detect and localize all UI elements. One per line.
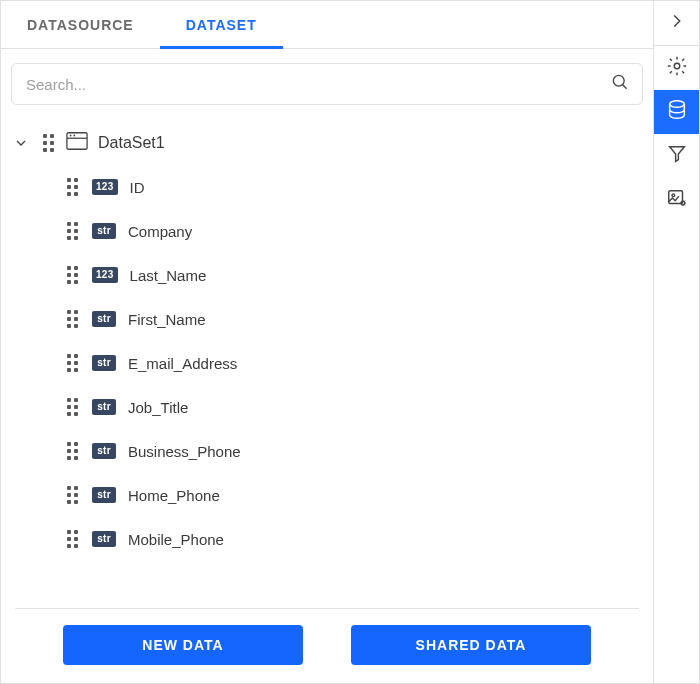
field-name: ID [130, 179, 145, 196]
collapse-button[interactable] [654, 1, 699, 45]
search-box[interactable] [11, 63, 643, 105]
field-type-badge: 123 [92, 267, 118, 283]
drag-handle-icon[interactable] [67, 354, 78, 372]
field-name: Last_Name [130, 267, 207, 284]
drag-handle-icon[interactable] [67, 442, 78, 460]
dataset-name: DataSet1 [98, 134, 165, 152]
tab-datasource[interactable]: DATASOURCE [1, 1, 160, 48]
main-panel: DATASOURCE DATASET [1, 1, 653, 683]
svg-point-7 [669, 101, 684, 107]
svg-point-6 [674, 63, 680, 69]
fields-list: 123IDstrCompany123Last_NamestrFirst_Name… [7, 165, 647, 561]
drag-handle-icon[interactable] [43, 134, 54, 152]
right-sidebar [653, 1, 699, 683]
drag-handle-icon[interactable] [67, 222, 78, 240]
svg-line-1 [623, 85, 627, 89]
field-name: First_Name [128, 311, 206, 328]
image-settings-button[interactable] [654, 178, 699, 222]
svg-point-0 [613, 75, 624, 86]
svg-rect-8 [668, 191, 682, 204]
field-name: E_mail_Address [128, 355, 237, 372]
field-row[interactable]: strFirst_Name [65, 297, 647, 341]
search-wrap [1, 49, 653, 115]
field-row[interactable]: strJob_Title [65, 385, 647, 429]
drag-handle-icon[interactable] [67, 398, 78, 416]
search-icon [610, 72, 630, 96]
drag-handle-icon[interactable] [67, 310, 78, 328]
svg-point-9 [671, 194, 674, 197]
field-name: Company [128, 223, 192, 240]
field-row[interactable]: strCompany [65, 209, 647, 253]
field-type-badge: str [92, 399, 116, 415]
field-type-badge: str [92, 531, 116, 547]
app-root: DATASOURCE DATASET [0, 0, 700, 684]
drag-handle-icon[interactable] [67, 530, 78, 548]
field-row[interactable]: strHome_Phone [65, 473, 647, 517]
new-data-button[interactable]: NEW DATA [63, 625, 303, 665]
drag-handle-icon[interactable] [67, 178, 78, 196]
field-row[interactable]: strE_mail_Address [65, 341, 647, 385]
shared-data-button[interactable]: SHARED DATA [351, 625, 591, 665]
field-name: Business_Phone [128, 443, 241, 460]
field-row[interactable]: strBusiness_Phone [65, 429, 647, 473]
footer-actions: NEW DATA SHARED DATA [15, 608, 639, 683]
filter-icon [666, 143, 688, 169]
dataset-node[interactable]: DataSet1 [7, 121, 647, 165]
field-name: Job_Title [128, 399, 188, 416]
chevron-down-icon[interactable] [11, 135, 31, 151]
field-name: Mobile_Phone [128, 531, 224, 548]
image-gear-icon [666, 187, 688, 213]
filter-button[interactable] [654, 134, 699, 178]
field-row[interactable]: 123Last_Name [65, 253, 647, 297]
field-type-badge: 123 [92, 179, 118, 195]
gear-icon [666, 55, 688, 81]
svg-point-4 [70, 135, 72, 137]
field-name: Home_Phone [128, 487, 220, 504]
database-icon [666, 99, 688, 125]
field-row[interactable]: 123ID [65, 165, 647, 209]
svg-point-5 [73, 135, 75, 137]
data-panel-button[interactable] [654, 90, 699, 134]
field-type-badge: str [92, 355, 116, 371]
dataset-icon [66, 131, 88, 155]
settings-button[interactable] [654, 46, 699, 90]
dataset-tree: DataSet1 123IDstrCompany123Last_NamestrF… [1, 115, 653, 598]
search-input[interactable] [24, 75, 602, 94]
field-row[interactable]: strMobile_Phone [65, 517, 647, 561]
field-type-badge: str [92, 223, 116, 239]
field-type-badge: str [92, 487, 116, 503]
drag-handle-icon[interactable] [67, 486, 78, 504]
chevron-right-icon [666, 10, 688, 36]
drag-handle-icon[interactable] [67, 266, 78, 284]
tab-dataset[interactable]: DATASET [160, 1, 283, 48]
field-type-badge: str [92, 311, 116, 327]
field-type-badge: str [92, 443, 116, 459]
tabs: DATASOURCE DATASET [1, 1, 653, 49]
